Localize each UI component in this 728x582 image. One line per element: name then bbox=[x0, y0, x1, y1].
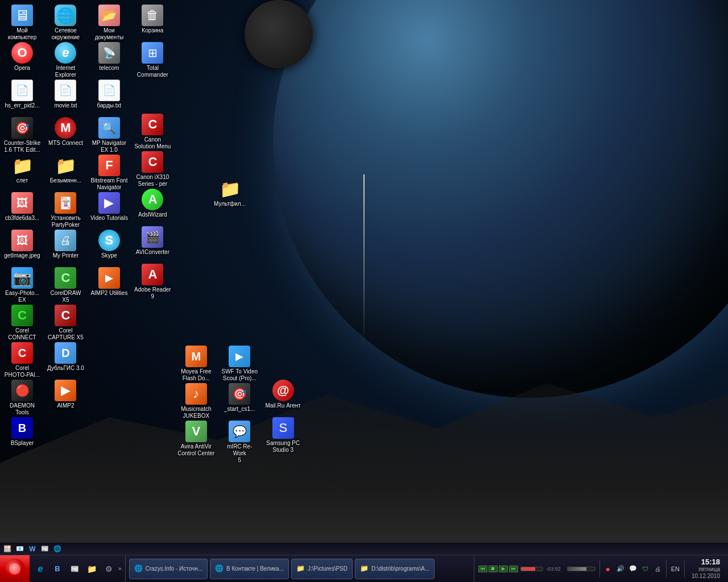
icon-counter-strike[interactable]: 🎯 Counter-Strike1.6 TTK Edit... bbox=[3, 115, 42, 152]
tray-volume-icon[interactable]: 🔊 bbox=[616, 564, 625, 573]
ql-expand-arrow[interactable]: » bbox=[118, 566, 122, 572]
icon-my-computer[interactable]: 🖥 Мой компьютер bbox=[3, 3, 42, 39]
tray-volume-bar bbox=[567, 567, 595, 571]
tray-media-controls: ⏮ ⏹ ▶ ⏭ -03:92 bbox=[478, 566, 562, 572]
printer-icon: 🖨 bbox=[55, 230, 76, 251]
ie-label: InternetExplorer bbox=[55, 65, 76, 78]
icon-bardy[interactable]: 📄 барды.txt bbox=[90, 78, 129, 114]
icon-slot[interactable]: 📁 слет bbox=[3, 153, 42, 189]
start-button[interactable] bbox=[0, 555, 30, 583]
icon-corel-photo[interactable]: C CorelPHOTO-PAI... bbox=[3, 340, 42, 377]
moyea-label: Moyea FreeFlash Do... bbox=[181, 368, 211, 382]
media-play-btn[interactable]: ▶ bbox=[499, 566, 508, 572]
clock[interactable]: 15:18 пятница 10.12.2010 bbox=[687, 558, 725, 580]
musicmatch-label: MusicmatchJUKEBOX bbox=[181, 406, 211, 419]
taskbar-btn-crazys[interactable]: 🌐 Crazys.Info - Источн... bbox=[129, 559, 208, 579]
icon-column-2: 🌐 Сетевоеокружение e InternetExplorer 📄 … bbox=[46, 3, 87, 415]
desktop-icons: 🖥 Мой компьютер O Opera 📄 hs_err_pid2...… bbox=[3, 3, 305, 456]
icon-trash[interactable]: 🗑 Корзина bbox=[133, 3, 172, 39]
icon-mp-navigator[interactable]: 🔍 MP NavigatorEX 1.0 bbox=[90, 115, 129, 152]
ql-rss-icon[interactable]: 📰 bbox=[68, 562, 81, 576]
movietxt-icon: 📄 bbox=[55, 80, 76, 101]
tb2-news-icon[interactable]: 📰 bbox=[40, 544, 50, 554]
icon-corel-connect[interactable]: C CorelCONNECT bbox=[3, 303, 42, 339]
icon-start-cs[interactable]: 🎯 _start_cs1... bbox=[220, 381, 259, 418]
tray-red-dot[interactable]: ● bbox=[603, 564, 613, 573]
mydocs-icon: 📂 bbox=[98, 5, 120, 26]
icon-column-5: M Moyea FreeFlash Do... ♪ MusicmatchJUKE… bbox=[177, 344, 218, 456]
icon-cb3fde[interactable]: 🖼 cb3fde6da3... bbox=[3, 190, 42, 227]
language-indicator[interactable]: EN bbox=[669, 566, 682, 572]
taskbar-btn-vk[interactable]: 🌐 В Контакте | Велика... bbox=[210, 559, 289, 579]
icon-corel-capture[interactable]: C CorelCAPTURE X5 bbox=[46, 303, 85, 339]
tb2-windows-icon[interactable]: 🪟 bbox=[2, 544, 13, 554]
tray-shield-icon[interactable]: 🛡 bbox=[641, 564, 650, 573]
icon-column-3: 📂 Моидокументы 📡 telecom 📄 барды.txt 🔍 M… bbox=[90, 3, 131, 303]
icon-network[interactable]: 🌐 Сетевоеокружение bbox=[46, 3, 85, 39]
icon-my-docs[interactable]: 📂 Моидокументы bbox=[90, 3, 129, 39]
icon-easy-photo[interactable]: 📷 Easy-Photo...EX bbox=[3, 265, 42, 302]
ql-vk-icon[interactable]: В bbox=[51, 562, 64, 576]
taskbar-btn-pictures[interactable]: 📁 J:\Pictures\PSD bbox=[291, 559, 353, 579]
icon-canon-pro[interactable]: C Canon iX310Series - per bbox=[133, 149, 172, 186]
media-prev-btn[interactable]: ⏮ bbox=[478, 566, 487, 572]
icon-avira[interactable]: V Avira AntiVirControl Center bbox=[177, 419, 216, 455]
icon-adobe-reader[interactable]: A Adobe Reader9 bbox=[133, 262, 172, 298]
icon-telecom[interactable]: 📡 telecom bbox=[90, 40, 129, 77]
icon-bsplayer[interactable]: B BSplayer bbox=[3, 415, 42, 452]
icon-movie-txt[interactable]: 📄 movie.txt bbox=[46, 78, 85, 114]
vidtut-label: Video Tutorials bbox=[90, 215, 128, 222]
tb2-browser-icon[interactable]: 🌐 bbox=[52, 544, 63, 554]
tb2-email-icon[interactable]: 📧 bbox=[15, 544, 25, 554]
tb2-word-icon[interactable]: W bbox=[27, 544, 38, 554]
mts-label: MTS Connect bbox=[48, 140, 83, 147]
taskbar-btn-distrib[interactable]: 📁 D:\distrib\programs\A... bbox=[355, 559, 435, 579]
icon-swf-to-video[interactable]: ▶ SWF To VideoScout (Pro)... bbox=[220, 344, 259, 380]
quick-launch-bar: e В 📰 📁 ⚙ » bbox=[30, 555, 126, 583]
tray-volume-fill bbox=[568, 567, 587, 571]
icon-poker[interactable]: 🃏 УстановитьPartyPoker bbox=[46, 190, 85, 227]
icon-mts[interactable]: M MTS Connect bbox=[46, 115, 85, 152]
adslwiz-label: AdslWizard bbox=[138, 211, 167, 218]
vk-btn-icon: 🌐 bbox=[215, 564, 224, 573]
icon-coreldraw[interactable]: C CorelDRAW X5 bbox=[46, 265, 85, 302]
icon-musicmatch[interactable]: ♪ MusicmatchJUKEBOX bbox=[177, 381, 216, 418]
easyphoto-label: Easy-Photo...EX bbox=[5, 290, 39, 304]
icon-skype[interactable]: S Skype bbox=[90, 228, 129, 264]
icon-multfilm[interactable]: 📁 Мультфил... bbox=[210, 176, 249, 213]
computer-icon: 🖥 bbox=[11, 5, 33, 26]
icon-aimp2[interactable]: ▶ AIMP2 bbox=[46, 378, 85, 414]
ql-ie-icon[interactable]: e bbox=[34, 562, 47, 576]
icon-opera[interactable]: O Opera bbox=[3, 40, 42, 77]
media-next-btn[interactable]: ⏭ bbox=[509, 566, 518, 572]
corelphoto-icon: C bbox=[11, 342, 33, 364]
tray-printer-icon[interactable]: 🖨 bbox=[653, 564, 663, 573]
media-stop-btn[interactable]: ⏹ bbox=[489, 566, 498, 572]
icon-moyea[interactable]: M Moyea FreeFlash Do... bbox=[177, 344, 216, 380]
icon-hs-err[interactable]: 📄 hs_err_pid2... bbox=[3, 78, 42, 114]
getimage-icon: 🖼 bbox=[11, 230, 33, 251]
icon-adslwizard[interactable]: A AdslWizard bbox=[133, 187, 172, 223]
ql-settings-icon[interactable]: ⚙ bbox=[102, 562, 115, 576]
icon-daemon[interactable]: 🔴 DAEMON Tools bbox=[3, 378, 42, 414]
icon-bitstream[interactable]: F Bitstream FontNavigator bbox=[90, 153, 129, 189]
tray-chat-icon[interactable]: 💬 bbox=[628, 564, 638, 573]
icon-bezymyann[interactable]: 📁 Безымянн... bbox=[46, 153, 85, 189]
daemon-icon: 🔴 bbox=[11, 380, 33, 401]
media-progress-fill bbox=[521, 567, 535, 571]
icon-my-printer[interactable]: 🖨 My Printer bbox=[46, 228, 85, 264]
icon-mirc[interactable]: 💬 mIRC Re-Work5 bbox=[220, 419, 259, 455]
icon-total-commander[interactable]: ⊞ TotalCommander bbox=[133, 40, 172, 77]
icon-getimage[interactable]: 🖼 getImage.jpeg bbox=[3, 228, 42, 264]
icon-ie[interactable]: e InternetExplorer bbox=[46, 40, 85, 77]
icon-dubgis[interactable]: D ДубльГИС 3.0 bbox=[46, 340, 85, 377]
ql-folder-icon[interactable]: 📁 bbox=[85, 562, 98, 576]
icon-video-tutorials[interactable]: ▶ Video Tutorials bbox=[90, 190, 129, 227]
icon-canon-solution[interactable]: C CanonSolution Menu bbox=[133, 112, 172, 148]
icon-mailru[interactable]: @ Mail.Ru Агент bbox=[264, 378, 303, 414]
desktop: 🖥 Мой компьютер O Opera 📄 hs_err_pid2...… bbox=[0, 0, 728, 582]
icon-samsung-pc[interactable]: S Samsung PCStudio 3 bbox=[264, 415, 303, 452]
icon-aviconverter[interactable]: 🎬 AVIConverter bbox=[133, 225, 172, 261]
aviconv-icon: 🎬 bbox=[142, 226, 163, 248]
icon-aimp2-util[interactable]: ▶ AIMP2 Utilities bbox=[90, 265, 129, 302]
